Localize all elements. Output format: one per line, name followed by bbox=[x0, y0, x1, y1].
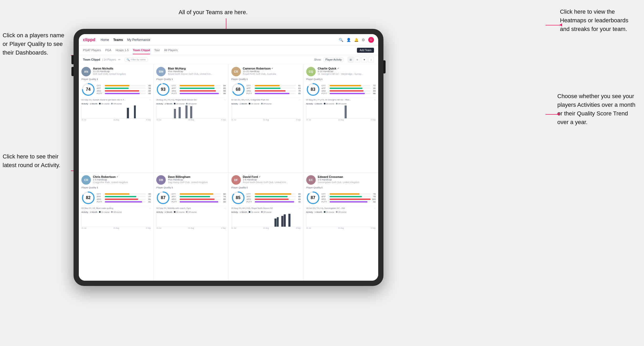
round-arrow-icon: → bbox=[149, 99, 151, 101]
latest-round[interactable]: 18 Jul 23 | 74 (+4), Sunningdale GC - Ol… bbox=[306, 206, 376, 209]
quality-circle[interactable]: 74 bbox=[81, 83, 95, 96]
player-card[interactable]: CR Chris Robertson ✓ 1-5 Handicap Craigm… bbox=[79, 173, 153, 281]
chart-bars bbox=[157, 105, 226, 118]
stat-bar bbox=[105, 196, 136, 197]
filter-button[interactable]: ▼ bbox=[361, 57, 367, 62]
player-name[interactable]: Dave Billingham bbox=[168, 175, 226, 178]
player-card[interactable]: CQ Charlie Quick ✓ 6-10 Handicap St. Geo… bbox=[304, 64, 378, 172]
stat-value: 95 bbox=[222, 92, 226, 95]
stat-row-putt: PUTT 95 bbox=[172, 92, 226, 95]
latest-round[interactable]: 07 Aug 23 | 77 (+7), St George's Hill GC… bbox=[306, 97, 376, 101]
chart-area bbox=[156, 214, 226, 227]
date-start: 31 Jul bbox=[306, 119, 311, 121]
subnav-pga[interactable]: PGA bbox=[105, 46, 111, 54]
latest-round[interactable]: 02 Jul 23 | 59 (+17), Craigmillar Park G… bbox=[231, 97, 301, 101]
latest-round[interactable]: 03 Mar 23 | 19, Must make putting → bbox=[81, 206, 151, 209]
player-avatar: DF bbox=[231, 175, 241, 185]
nav-logo: clippd bbox=[83, 38, 95, 42]
player-name[interactable]: Charlie Quick ✓ bbox=[318, 67, 376, 70]
quality-title: Player Quality ℹ bbox=[81, 186, 151, 189]
stat-bar-container bbox=[105, 93, 146, 94]
latest-round[interactable]: 26 Aug 23 | 84 (+12), Royal North Devon … bbox=[231, 206, 301, 209]
subnav-hcaps[interactable]: Hcaps 1-5 bbox=[116, 46, 129, 54]
subnav-team-clippd[interactable]: Team Clippd bbox=[133, 46, 150, 54]
player-handicap: 11-15 Handicap bbox=[93, 70, 151, 73]
stat-bar-container bbox=[330, 199, 371, 200]
player-card[interactable]: AN Aaron Nicholls 11-15 Handicap Drift G… bbox=[79, 64, 153, 172]
stat-label-putt: PUTT bbox=[247, 201, 254, 203]
round-text: 18 Jul 23 | 74 (+4), Sunningdale GC - Ol… bbox=[306, 207, 373, 209]
avatar-icon[interactable]: U bbox=[368, 37, 374, 43]
player-info: Charlie Quick ✓ 6-10 Handicap St. George… bbox=[318, 67, 376, 75]
nav-home[interactable]: Home bbox=[101, 37, 109, 43]
player-info: Edward Crossman 1-5 Handicap Sunningdale… bbox=[318, 175, 376, 184]
chart-area bbox=[231, 214, 301, 227]
stat-label-arg: ARG bbox=[321, 90, 329, 92]
stat-value: 83 bbox=[371, 90, 376, 92]
quality-circle[interactable]: 83 bbox=[306, 83, 320, 96]
latest-round[interactable]: 26 Aug 23 | 73 (+1), Royal North Devon G… bbox=[156, 97, 226, 101]
chart-bars bbox=[82, 105, 151, 118]
player-name[interactable]: Blair McHarg bbox=[168, 67, 226, 70]
stat-label-ott: OTT bbox=[247, 84, 254, 87]
date-end: 4 Sep bbox=[146, 119, 151, 121]
search-icon[interactable]: 🔍 bbox=[339, 38, 343, 42]
user-icon[interactable]: 👤 bbox=[346, 38, 351, 42]
latest-round[interactable]: 02 Sep 23 | Sunset round to get back int… bbox=[81, 97, 151, 101]
list-view-button[interactable]: ≡ bbox=[355, 57, 360, 62]
player-avatar: EC bbox=[306, 175, 316, 185]
stat-bar bbox=[330, 199, 371, 200]
stat-row-app: APP 63 bbox=[247, 87, 301, 89]
quality-section: 85 OTT 89 APP 80 ARG 83 PUTT bbox=[231, 191, 301, 205]
quality-circle[interactable]: 87 bbox=[156, 191, 170, 205]
subnav-all-players[interactable]: All Players bbox=[164, 46, 178, 54]
date-start: 31 Jul bbox=[156, 119, 161, 121]
player-name[interactable]: Cameron Robertson ✓ bbox=[243, 67, 301, 70]
show-select[interactable]: Player Activity bbox=[324, 57, 344, 62]
player-card[interactable]: CR Cameron Robertson ✓ 11-15 Handicap Ro… bbox=[229, 64, 303, 172]
activity-section: Activity · 1 Month On course Off course … bbox=[306, 103, 376, 121]
player-name[interactable]: David Ford ✓ bbox=[243, 175, 301, 178]
player-initials: DB bbox=[159, 178, 163, 182]
quality-circle[interactable]: 85 bbox=[231, 191, 245, 205]
player-name[interactable]: Edward Crossman bbox=[318, 175, 376, 178]
settings-icon[interactable]: ⚙ bbox=[362, 38, 365, 42]
quality-circle[interactable]: 82 bbox=[81, 191, 95, 205]
bell-icon[interactable]: 🔔 bbox=[354, 38, 359, 42]
quality-number: 85 bbox=[236, 195, 241, 200]
player-name[interactable]: Aaron Nicholls bbox=[93, 67, 151, 70]
edit-icon[interactable]: ✏ bbox=[118, 58, 121, 61]
off-course-legend: Off course bbox=[261, 211, 272, 213]
activity-label: Activity · 1 Month bbox=[81, 103, 97, 105]
stat-bar-container bbox=[180, 93, 221, 94]
player-card[interactable]: DB Dave Billingham Plus Handicap Sag Mai… bbox=[154, 173, 228, 281]
nav-teams[interactable]: Teams bbox=[113, 37, 123, 43]
subnav-pgat[interactable]: PGAT Players bbox=[83, 46, 101, 54]
latest-round[interactable]: 04 Sep 23 | Mobility with coach, Gym → bbox=[156, 206, 226, 209]
player-card[interactable]: EC Edward Crossman 1-5 Handicap Sunningd… bbox=[304, 173, 378, 281]
quality-circle[interactable]: 93 bbox=[156, 83, 170, 96]
stat-value: 80 bbox=[297, 195, 301, 198]
player-name[interactable]: Chris Robertson ✓ bbox=[93, 175, 151, 178]
activity-legend: On course Off course bbox=[174, 103, 196, 105]
chart-bar bbox=[288, 214, 290, 227]
player-card[interactable]: DF David Ford ✓ 1-5 Handicap Royal North… bbox=[229, 173, 303, 281]
sort-button[interactable]: ↕ bbox=[368, 57, 374, 62]
subnav-tour[interactable]: Tour bbox=[154, 46, 160, 54]
stats-grid: OTT 82 APP 74 ARG 85 PUTT 94 bbox=[172, 193, 226, 203]
nav-performance[interactable]: My Performance bbox=[127, 37, 150, 43]
quality-title: Player Quality ℹ bbox=[81, 78, 151, 81]
player-handicap: 1-5 Handicap bbox=[93, 178, 151, 181]
stat-value: 84 bbox=[147, 90, 151, 92]
add-team-button[interactable]: Add Team bbox=[357, 48, 374, 53]
quality-circle[interactable]: 68 bbox=[231, 83, 245, 96]
quality-circle[interactable]: 87 bbox=[306, 191, 320, 205]
quality-number: 87 bbox=[161, 195, 165, 200]
activity-header: Activity · 1 Month On course Off course bbox=[306, 103, 376, 105]
quality-number: 68 bbox=[236, 87, 241, 92]
grid-view-button[interactable]: ⊞ bbox=[348, 57, 354, 62]
player-card[interactable]: BM Blair McHarg Plus Handicap Royal Nort… bbox=[154, 64, 228, 172]
date-end: 4 Sep bbox=[371, 119, 376, 121]
player-header: CR Chris Robertson ✓ 1-5 Handicap Craigm… bbox=[81, 175, 151, 185]
search-box[interactable]: 🔍 Filter by name bbox=[125, 57, 148, 62]
